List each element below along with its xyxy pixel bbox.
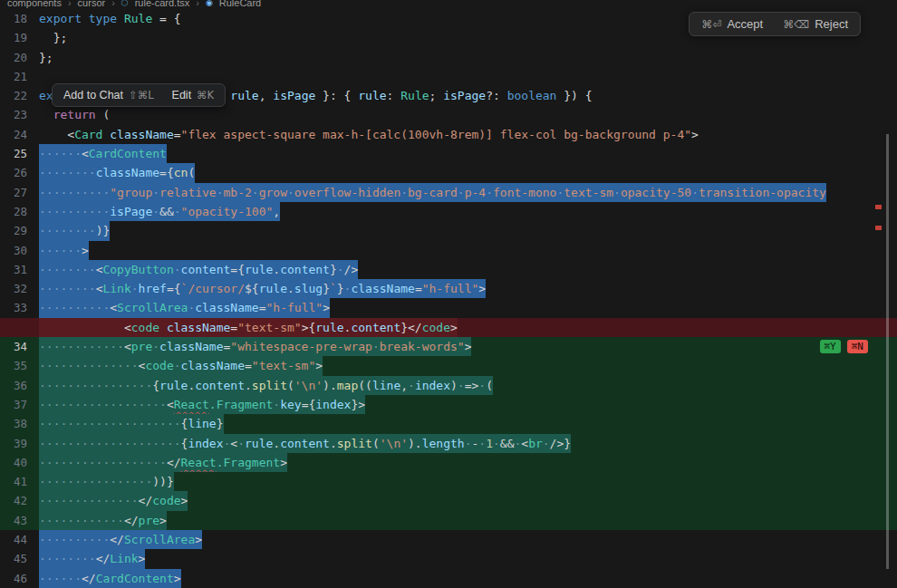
accept-shortcut-keys: ⌘⏎ [701,18,721,31]
line-number[interactable]: 38 [0,414,27,433]
code-line[interactable]: 36················{rule.content.split('\… [0,376,897,395]
line-number[interactable]: 45 [0,549,27,568]
code-line[interactable]: <code className="text-sm">{rule.content}… [0,318,897,337]
breadcrumb: components › cursor › ⬡ rule-card.tsx › … [0,0,897,9]
code-line[interactable]: 30······> [0,241,897,260]
edit-button[interactable]: Edit ⌘K [172,89,215,101]
breadcrumb-item-symbol[interactable]: RuleCard [219,0,261,8]
code-line-text: ········)} [39,221,110,240]
line-number[interactable]: 18 [0,9,27,28]
line-number[interactable]: 25 [0,144,27,163]
line-number[interactable]: 42 [0,491,27,510]
ruler-marker-red [875,205,882,209]
code-line-text: export type Rule = { [39,9,181,28]
code-line-text: ····················{index·<·rule.conten… [39,434,571,453]
reject-button[interactable]: ⌘⌫ Reject [783,17,848,31]
code-line-text: ··········isPage·&&·"opacity-100", [39,202,280,221]
code-line-text: ··················<React.Fragment·key={i… [39,395,365,414]
code-line-text: ··················</React.Fragment> [39,453,287,472]
breadcrumb-separator: › [196,0,199,8]
code-line[interactable]: 33··········<ScrollArea·className="h-ful… [0,298,897,317]
code-line-text: ················{rule.content.split('\n'… [39,376,493,395]
code-line-text: ········</Link> [39,549,145,568]
code-line-text: ··············<code·className="text-sm"> [39,356,323,375]
editor-window: components › cursor › ⬡ rule-card.tsx › … [0,0,897,588]
line-number[interactable]: 26 [0,163,27,182]
line-number[interactable]: 41 [0,472,27,491]
code-line[interactable]: 37··················<React.Fragment·key=… [0,395,897,414]
code-line[interactable]: 34············<pre·className="whitespace… [0,337,897,356]
code-line[interactable]: 43············</pre> [0,511,897,530]
code-line-text: ············</pre> [39,511,167,530]
code-line[interactable]: 46······</CardContent> [0,569,897,588]
code-line-text: return ( [39,105,110,124]
line-number[interactable]: 35 [0,356,27,375]
line-number[interactable]: 21 [0,67,27,86]
line-number[interactable]: 44 [0,530,27,549]
edit-label: Edit [172,89,192,101]
breadcrumb-separator: › [111,0,115,8]
code-line[interactable]: 42··············</code> [0,491,897,510]
diff-reject-badge[interactable]: ⌘N [847,340,868,353]
code-line-text: ··············</code> [39,491,188,510]
code-line[interactable]: 25······<CardContent [0,144,897,163]
code-line-text: ········<Link·href={`/cursor/${rule.slug… [39,279,486,298]
line-number[interactable]: 19 [0,28,27,47]
code-line-text: <code className="text-sm">{rule.content}… [39,318,458,337]
code-line[interactable]: 29········)} [0,221,897,240]
code-line-text: ········<CopyButton·content={rule.conten… [39,260,358,279]
scrollbar-thumb[interactable] [886,134,889,569]
line-number[interactable]: 27 [0,183,27,202]
code-line-text: ······> [39,241,89,260]
reject-label: Reject [815,17,848,31]
accept-button[interactable]: ⌘⏎ Accept [701,17,763,31]
line-number[interactable]: 23 [0,105,27,124]
ruler-marker-red [875,226,882,230]
code-line[interactable]: 44··········</ScrollArea> [0,530,897,549]
code-line[interactable]: 24 <Card className="flex aspect-square m… [0,125,897,144]
line-number[interactable]: 30 [0,241,27,260]
line-number[interactable]: 28 [0,202,27,221]
line-number[interactable]: 29 [0,221,27,240]
line-number[interactable]: 31 [0,260,27,279]
breadcrumb-item-file[interactable]: rule-card.tsx [135,0,190,8]
code-line-text: ········className={cn( [39,163,195,182]
line-number[interactable]: 24 [0,125,27,144]
line-number[interactable]: 46 [0,569,27,588]
line-number[interactable]: 20 [0,48,27,67]
add-to-chat-label: Add to Chat [63,89,123,101]
code-line-text: ················))} [39,472,174,491]
code-line-text: ··········<ScrollArea·className="h-full"… [39,298,330,317]
code-line-text: ······</CardContent> [39,569,181,588]
add-to-chat-keys: ⇧⌘L [129,89,154,101]
line-number[interactable]: 37 [0,395,27,414]
code-line[interactable]: 28··········isPage·&&·"opacity-100", [0,202,897,221]
line-number[interactable]: 22 [0,86,27,105]
code-line-text: ··········"group·relative·mb-2·grow·over… [39,183,826,202]
line-number[interactable]: 36 [0,376,27,395]
code-line[interactable]: 27··········"group·relative·mb-2·grow·ov… [0,183,897,202]
code-line[interactable]: 45········</Link> [0,549,897,568]
line-number[interactable]: 43 [0,511,27,530]
code-line[interactable]: 32········<Link·href={`/cursor/${rule.sl… [0,279,897,298]
code-line[interactable]: 26········className={cn( [0,163,897,182]
line-number[interactable]: 40 [0,453,27,472]
line-number[interactable]: 33 [0,298,27,317]
code-line[interactable]: 31········<CopyButton·content={rule.cont… [0,260,897,279]
breadcrumb-item-cursor[interactable]: cursor [78,0,106,8]
add-to-chat-button[interactable]: Add to Chat ⇧⌘L [63,89,154,101]
diff-accept-badge[interactable]: ⌘Y [820,340,841,353]
code-line[interactable]: 20}; [0,48,897,67]
code-line[interactable]: 35··············<code·className="text-sm… [0,356,897,375]
line-number[interactable]: 34 [0,337,27,356]
breadcrumb-item-components[interactable]: components [7,0,62,8]
code-line[interactable]: 40··················</React.Fragment> [0,453,897,472]
line-number[interactable]: 32 [0,279,27,298]
line-number[interactable]: 39 [0,434,27,453]
code-line[interactable]: 38····················{line} [0,414,897,433]
code-line[interactable]: 39····················{index·<·rule.cont… [0,434,897,453]
breadcrumb-separator: › [68,0,72,8]
code-line-text: ····················{line} [39,414,224,433]
code-line[interactable]: 23 return ( [0,105,897,124]
code-line[interactable]: 41················))} [0,472,897,491]
